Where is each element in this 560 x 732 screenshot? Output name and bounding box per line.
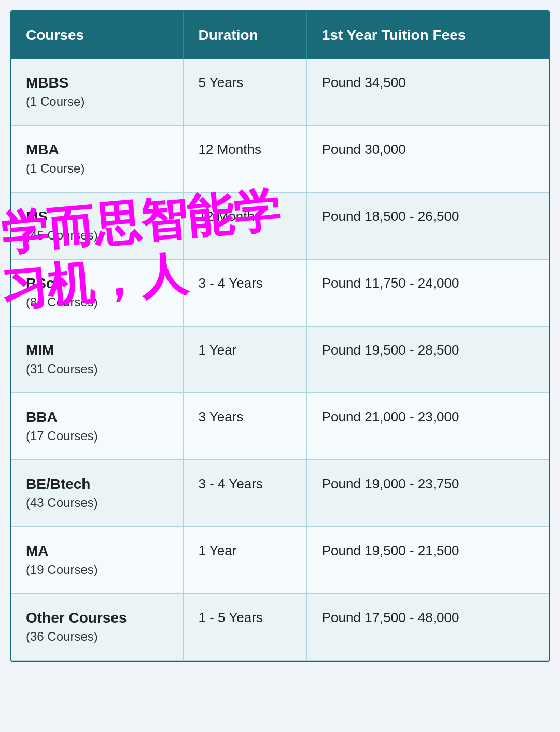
courses-table: Courses Duration 1st Year Tuition Fees M… — [10, 10, 550, 662]
cell-fees-2: Pound 18,500 - 26,500 — [307, 192, 549, 259]
course-count-3: (86 Courses) — [26, 295, 98, 309]
course-name-5: BBA — [26, 409, 169, 426]
course-count-1: (1 Course) — [26, 161, 85, 175]
header-duration: Duration — [184, 11, 307, 59]
cell-fees-3: Pound 11,750 - 24,000 — [307, 259, 549, 326]
table-row: Other Courses(36 Courses)1 - 5 YearsPoun… — [11, 594, 549, 660]
course-count-4: (31 Courses) — [26, 362, 98, 376]
cell-course-6: BE/Btech(43 Courses) — [11, 460, 184, 527]
cell-duration-8: 1 - 5 Years — [184, 594, 307, 660]
course-count-7: (19 Courses) — [26, 562, 98, 576]
table-row: MBBS(1 Course)5 YearsPound 34,500 — [11, 59, 549, 125]
course-name-1: MBA — [26, 142, 169, 158]
table-header-row: Courses Duration 1st Year Tuition Fees — [11, 11, 549, 59]
cell-duration-3: 3 - 4 Years — [184, 259, 307, 326]
course-count-2: (45 Courses) — [26, 228, 98, 242]
cell-fees-0: Pound 34,500 — [307, 59, 549, 125]
cell-course-3: BSc(86 Courses) — [11, 259, 184, 326]
cell-course-5: BBA(17 Courses) — [11, 393, 184, 460]
cell-course-8: Other Courses(36 Courses) — [11, 594, 184, 660]
course-name-3: BSc — [26, 275, 169, 292]
cell-course-1: MBA(1 Course) — [11, 125, 184, 192]
cell-duration-0: 5 Years — [184, 59, 307, 125]
course-count-0: (1 Course) — [26, 94, 85, 108]
cell-course-4: MIM(31 Courses) — [11, 326, 184, 393]
cell-duration-1: 12 Months — [184, 125, 307, 192]
course-name-6: BE/Btech — [26, 476, 169, 492]
table-row: BE/Btech(43 Courses)3 - 4 YearsPound 19,… — [11, 460, 549, 527]
course-count-5: (17 Courses) — [26, 429, 98, 443]
cell-fees-7: Pound 19,500 - 21,500 — [307, 527, 549, 594]
table-row: BSc(86 Courses)3 - 4 YearsPound 11,750 -… — [11, 259, 549, 326]
cell-fees-1: Pound 30,000 — [307, 125, 549, 192]
course-name-0: MBBS — [26, 75, 169, 91]
cell-fees-4: Pound 19,500 - 28,500 — [307, 326, 549, 393]
course-name-2: MS — [26, 208, 169, 225]
table-row: MBA(1 Course)12 MonthsPound 30,000 — [11, 125, 549, 192]
header-courses: Courses — [11, 11, 184, 59]
course-name-7: MA — [26, 543, 169, 559]
cell-course-7: MA(19 Courses) — [11, 527, 184, 594]
table-row: MA(19 Courses)1 YearPound 19,500 - 21,50… — [11, 527, 549, 594]
cell-duration-5: 3 Years — [184, 393, 307, 460]
header-fees: 1st Year Tuition Fees — [307, 11, 549, 59]
cell-fees-5: Pound 21,000 - 23,000 — [307, 393, 549, 460]
course-name-8: Other Courses — [26, 610, 169, 626]
table-row: MIM(31 Courses)1 YearPound 19,500 - 28,5… — [11, 326, 549, 393]
cell-duration-4: 1 Year — [184, 326, 307, 393]
course-name-4: MIM — [26, 342, 169, 359]
cell-course-2: MS(45 Courses) — [11, 192, 184, 259]
cell-fees-8: Pound 17,500 - 48,000 — [307, 594, 549, 660]
course-count-6: (43 Courses) — [26, 496, 98, 510]
cell-duration-7: 1 Year — [184, 527, 307, 594]
table-row: BBA(17 Courses)3 YearsPound 21,000 - 23,… — [11, 393, 549, 460]
cell-duration-6: 3 - 4 Years — [184, 460, 307, 527]
course-count-8: (36 Courses) — [26, 629, 98, 643]
cell-fees-6: Pound 19,000 - 23,750 — [307, 460, 549, 527]
cell-duration-2: 12 Months — [184, 192, 307, 259]
cell-course-0: MBBS(1 Course) — [11, 59, 184, 125]
table-row: MS(45 Courses)12 MonthsPound 18,500 - 26… — [11, 192, 549, 259]
